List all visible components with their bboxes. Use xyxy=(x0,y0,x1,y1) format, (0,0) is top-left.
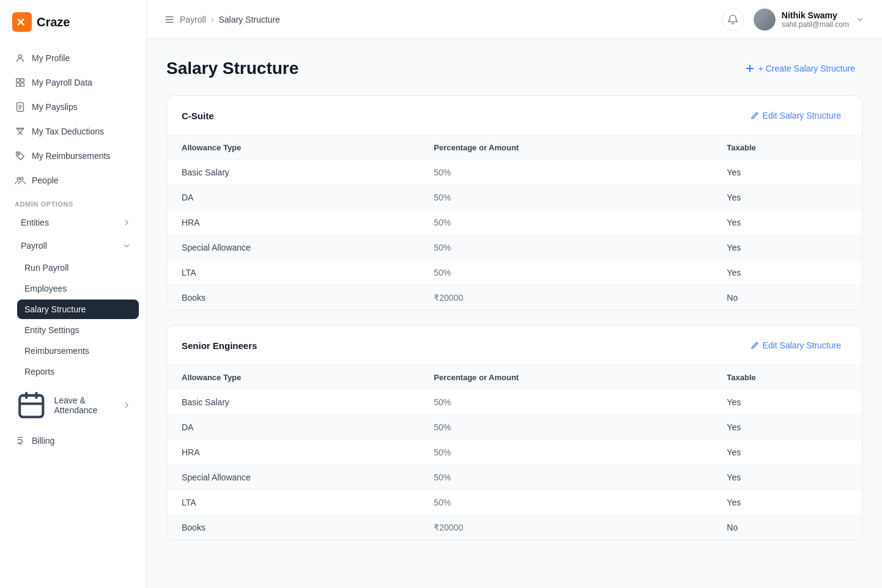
structure-table-0: Allowance TypePercentage or AmountTaxabl… xyxy=(167,135,862,310)
sub-nav-salary-structure[interactable]: Salary Structure xyxy=(17,300,139,319)
table-cell: Yes xyxy=(712,440,862,465)
structure-name-0: C-Suite xyxy=(182,111,214,121)
sidebar-item-leave-attendance[interactable]: Leave & Attendance xyxy=(7,383,139,428)
table-cell: DA xyxy=(167,185,419,210)
table-cell: Yes xyxy=(712,185,862,210)
sidebar-item-my-reimbursements[interactable]: My Reimbursements xyxy=(7,144,139,167)
table-row: LTA50%Yes xyxy=(167,490,862,515)
sidebar-item-label: Payroll xyxy=(21,241,47,251)
chevron-down-icon xyxy=(122,241,132,251)
rupee-icon xyxy=(15,435,26,446)
people-icon xyxy=(15,175,26,186)
breadcrumb: Payroll › Salary Structure xyxy=(164,14,280,25)
edit-icon xyxy=(750,111,759,120)
sidebar-item-label: Leave & Attendance xyxy=(54,395,97,415)
svg-point-8 xyxy=(18,153,20,155)
create-btn-label: + Create Salary Structure xyxy=(758,64,855,73)
table-cell: DA xyxy=(167,415,419,440)
table-row: DA50%Yes xyxy=(167,415,862,440)
sidebar-item-label: My Payslips xyxy=(32,102,78,112)
payroll-sub-nav: Run Payroll Employees Salary Structure E… xyxy=(7,258,139,381)
sidebar-item-my-payslips[interactable]: My Payslips xyxy=(7,95,139,119)
main-content: Payroll › Salary Structure Nithik Swamy … xyxy=(147,0,882,588)
svg-point-9 xyxy=(17,177,20,180)
table-row: HRA50%Yes xyxy=(167,440,862,465)
sidebar-item-label: My Reimbursements xyxy=(32,151,110,161)
sub-nav-entity-settings[interactable]: Entity Settings xyxy=(17,320,139,340)
sub-nav-employees[interactable]: Employees xyxy=(17,279,139,298)
tax-icon xyxy=(15,126,26,137)
table-cell: ₹20000 xyxy=(419,515,712,540)
edit-salary-structure-button-0[interactable]: Edit Salary Structure xyxy=(744,107,847,124)
topbar: Payroll › Salary Structure Nithik Swamy … xyxy=(147,0,882,39)
table-cell: Yes xyxy=(712,160,862,185)
bars-icon xyxy=(164,14,175,25)
sidebar-item-label: My Payroll Data xyxy=(32,78,92,87)
avatar xyxy=(754,9,776,31)
edit-salary-structure-button-1[interactable]: Edit Salary Structure xyxy=(744,337,847,354)
svg-rect-4 xyxy=(21,79,24,82)
sidebar-item-label: Billing xyxy=(32,436,54,446)
sub-nav-reports[interactable]: Reports xyxy=(17,362,139,381)
table-cell: Books xyxy=(167,285,419,311)
sidebar-item-billing[interactable]: Billing xyxy=(7,429,139,452)
table-column-header: Taxable xyxy=(712,136,862,160)
sidebar-item-my-tax-deductions[interactable]: My Tax Deductions xyxy=(7,120,139,143)
table-column-header: Percentage or Amount xyxy=(419,136,712,160)
create-salary-structure-button[interactable]: + Create Salary Structure xyxy=(738,59,862,78)
table-cell: Special Allowance xyxy=(167,235,419,260)
sidebar-item-my-profile[interactable]: My Profile xyxy=(7,46,139,70)
structure-card-0: C-SuiteEdit Salary StructureAllowance Ty… xyxy=(166,95,862,311)
sidebar-item-label: My Tax Deductions xyxy=(32,127,104,136)
structures-container: C-SuiteEdit Salary StructureAllowance Ty… xyxy=(166,95,862,540)
user-name: Nithik Swamy xyxy=(782,10,849,20)
table-column-header: Allowance Type xyxy=(167,136,419,160)
topbar-right: Nithik Swamy sahil.patil@mail.com xyxy=(722,9,865,31)
table-row: Books₹20000No xyxy=(167,285,862,311)
edit-icon xyxy=(750,341,759,350)
table-cell: Yes xyxy=(712,210,862,235)
page-title: Salary Structure xyxy=(166,59,298,78)
table-cell: Special Allowance xyxy=(167,465,419,490)
table-cell: Yes xyxy=(712,235,862,260)
logo-text: Craze xyxy=(37,15,70,29)
sidebar: ✕ Craze My Profile My Payroll Data My Pa… xyxy=(0,0,147,588)
table-cell: 50% xyxy=(419,160,712,185)
table-cell: HRA xyxy=(167,440,419,465)
sidebar-item-my-payroll-data[interactable]: My Payroll Data xyxy=(7,71,139,94)
sidebar-item-people[interactable]: People xyxy=(7,169,139,192)
table-cell: Basic Salary xyxy=(167,390,419,415)
table-cell: HRA xyxy=(167,210,419,235)
structure-card-header-1: Senior EngineersEdit Salary Structure xyxy=(167,326,862,365)
table-row: Basic Salary50%Yes xyxy=(167,160,862,185)
chevron-down-icon xyxy=(855,15,865,24)
sidebar-item-payroll[interactable]: Payroll xyxy=(7,235,139,257)
table-row: Special Allowance50%Yes xyxy=(167,235,862,260)
structure-card-header-0: C-SuiteEdit Salary Structure xyxy=(167,96,862,135)
sidebar-item-entities[interactable]: Entities xyxy=(7,211,139,233)
bell-icon xyxy=(727,14,738,25)
tag-icon xyxy=(15,150,26,161)
avatar-img xyxy=(754,9,776,31)
table-cell: LTA xyxy=(167,490,419,515)
notification-button[interactable] xyxy=(722,9,744,31)
svg-point-2 xyxy=(18,55,21,58)
user-info[interactable]: Nithik Swamy sahil.patil@mail.com xyxy=(754,9,865,31)
table-cell: 50% xyxy=(419,260,712,285)
sub-nav-reimbursements[interactable]: Reimbursements xyxy=(17,341,139,361)
table-cell: LTA xyxy=(167,260,419,285)
table-cell: Yes xyxy=(712,390,862,415)
svg-text:✕: ✕ xyxy=(16,17,25,29)
table-cell: 50% xyxy=(419,390,712,415)
breadcrumb-current: Salary Structure xyxy=(218,15,280,24)
table-cell: Basic Salary xyxy=(167,160,419,185)
table-column-header: Allowance Type xyxy=(167,366,419,390)
table-cell: 50% xyxy=(419,440,712,465)
sub-nav-run-payroll[interactable]: Run Payroll xyxy=(17,258,139,277)
svg-rect-14 xyxy=(20,395,43,417)
logo-icon: ✕ xyxy=(12,12,32,32)
sidebar-item-label: Entities xyxy=(21,218,49,227)
edit-btn-label: Edit Salary Structure xyxy=(763,111,841,120)
svg-point-10 xyxy=(20,177,23,180)
chevron-right-icon xyxy=(122,400,132,410)
